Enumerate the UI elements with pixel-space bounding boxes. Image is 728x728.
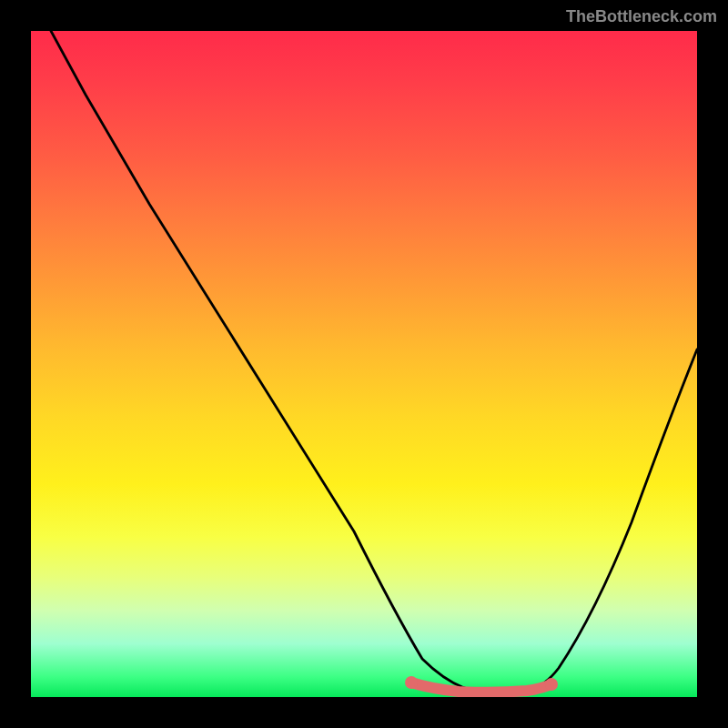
bottleneck-curve (51, 31, 697, 693)
curve-svg (31, 31, 697, 697)
watermark-text: TheBottleneck.com (566, 7, 717, 26)
marker-left (405, 676, 418, 689)
optimal-band-line (411, 682, 551, 693)
plot-area (31, 31, 697, 697)
chart-container: TheBottleneck.com (0, 0, 728, 728)
marker-right (545, 678, 558, 691)
